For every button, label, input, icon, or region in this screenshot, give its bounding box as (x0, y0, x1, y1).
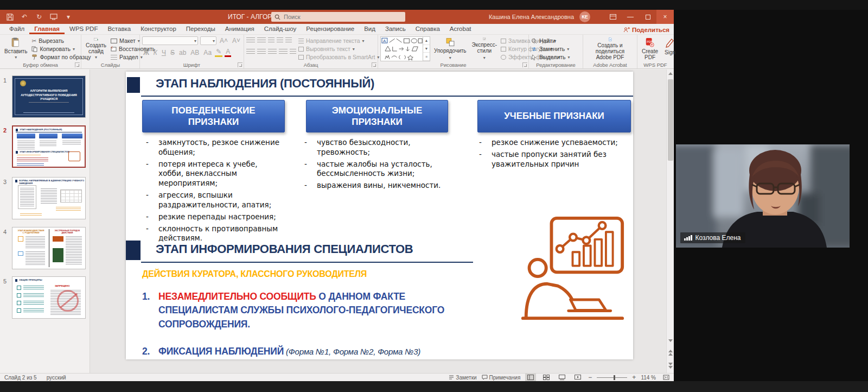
next-slide-button[interactable] (667, 362, 674, 370)
clipboard-dialog-launcher[interactable] (75, 62, 80, 67)
fit-slide-to-window-button[interactable] (661, 374, 672, 381)
ribbon-tab[interactable]: Вид (359, 26, 380, 34)
align-right-icon[interactable] (268, 49, 277, 55)
increase-indent-icon[interactable] (277, 37, 283, 44)
justify-icon[interactable] (279, 49, 288, 55)
share-button[interactable]: Поделиться (623, 27, 669, 33)
paste-button[interactable]: Вставить ▾ (2, 36, 29, 61)
italic-button[interactable]: К (152, 49, 158, 56)
find-button[interactable]: Найти (531, 37, 570, 44)
group-clipboard: Вставить ▾ ✂Вырезать Копировать▾ Формат … (0, 35, 81, 68)
zoom-slider-handle[interactable] (614, 375, 615, 380)
ribbon-tab[interactable]: Главная (29, 26, 65, 34)
arrange-button[interactable]: Упорядочить▾ (432, 36, 468, 61)
ribbon-tab[interactable]: Справка (411, 26, 445, 34)
align-text-button[interactable]: Выровнять текст▾ (298, 46, 379, 52)
svg-text:A: A (383, 39, 386, 43)
group-label: Рисование (378, 62, 528, 68)
zoom-out-button[interactable]: − (588, 374, 592, 381)
notes-button[interactable]: Заметки (449, 375, 476, 381)
strikethrough-button[interactable]: S (169, 49, 176, 56)
scroll-down-button[interactable] (667, 337, 674, 345)
bold-button[interactable]: Ж (142, 49, 150, 56)
align-center-icon[interactable] (257, 49, 266, 55)
align-left-icon[interactable] (246, 49, 255, 55)
change-case-button[interactable]: Аа (202, 49, 213, 56)
bullets-icon[interactable] (246, 37, 255, 44)
search-input[interactable] (284, 14, 392, 20)
line-spacing-icon[interactable] (285, 37, 292, 44)
ribbon-tab[interactable]: Переходы (181, 26, 220, 34)
new-slide-button[interactable]: Создать слайд ▾ (84, 36, 108, 61)
zoom-slider[interactable] (597, 377, 627, 378)
scrollbar-thumb[interactable] (668, 79, 673, 161)
slideshow-view-button[interactable] (572, 374, 583, 381)
ribbon-tab[interactable]: WPS PDF (65, 26, 103, 34)
close-button[interactable]: × (656, 10, 674, 24)
shapes-gallery-scroll[interactable]: ▲▼≡ (423, 37, 430, 61)
scroll-up-button[interactable] (667, 69, 674, 78)
current-slide[interactable]: ЭТАП НАБЛЮДЕНИЯ (ПОСТОЯННЫЙ) ПОВЕДЕНЧЕСК… (126, 72, 633, 359)
decrease-indent-icon[interactable] (268, 37, 275, 44)
previous-slide-button[interactable] (667, 349, 674, 357)
account-name[interactable]: Кашина Елена Александровна (489, 14, 574, 20)
search-box[interactable] (271, 12, 405, 22)
customize-qat-icon[interactable]: ▾ (64, 12, 73, 21)
group-drawing: A ▲▼≡ Упорядочить▾ Экспресс-стили▾ (378, 35, 529, 68)
normal-view-button[interactable] (525, 374, 536, 381)
avatar[interactable]: КЕ (579, 11, 590, 22)
text-direction-button[interactable]: Направление текста▾ (298, 37, 379, 44)
vertical-scrollbar[interactable] (666, 69, 674, 373)
create-pdf-button[interactable]: PDF Create PDF (640, 36, 660, 61)
language-indicator[interactable]: русский (47, 375, 66, 381)
shapes-gallery[interactable]: A ▲▼≡ (380, 36, 430, 61)
columns-icon[interactable] (290, 49, 296, 55)
slide-indicator[interactable]: Слайд 2 из 5 (4, 375, 37, 381)
highlight-color-icon[interactable]: ✎ (215, 48, 222, 57)
minimize-button[interactable]: — (622, 10, 639, 24)
underline-button[interactable]: Ч (161, 49, 167, 56)
thumbnail-slide-5[interactable]: ОБЩИЕ ПРИНЦИПЫ ЗАПРЕЩЕНО (12, 276, 86, 319)
thumbnail-slide-2-selected[interactable]: ЭТАП НАБЛЮДЕНИЯ (ПОСТОЯННЫЙ) ЭТАП ИНФОРМ… (12, 125, 86, 168)
thumbnail-slide-4[interactable]: ЭТАП ВЗАИМОДЕЙСТВИЯ С РОДИТЕЛЯМИ ЭКСТРЕН… (12, 227, 86, 269)
numbering-icon[interactable] (257, 37, 266, 44)
quick-styles-button[interactable]: Экспресс-стили▾ (470, 36, 499, 61)
zoom-level[interactable]: 114 % (641, 375, 656, 381)
video-call-tile[interactable]: Козлова Елена (676, 144, 850, 248)
paragraph-dialog-launcher[interactable] (372, 62, 376, 67)
decrease-font-icon[interactable]: A˅ (231, 37, 241, 45)
sign-button[interactable]: Sign (662, 36, 678, 61)
ribbon-tab[interactable]: Acrobat (445, 26, 476, 34)
ribbon-tab[interactable]: Вставка (103, 26, 136, 34)
drawing-dialog-launcher[interactable] (522, 62, 527, 67)
ribbon-tab[interactable]: Рецензирование (301, 26, 359, 34)
ribbon-tab[interactable]: Анимация (220, 26, 259, 34)
increase-font-icon[interactable]: A˄ (219, 37, 229, 45)
font-dialog-launcher[interactable] (238, 62, 242, 67)
zoom-in-button[interactable]: + (632, 374, 636, 381)
undo-icon[interactable]: ↶ (20, 12, 29, 21)
font-size-combo[interactable]: ▾ (200, 36, 216, 45)
ribbon-tab[interactable]: Запись (380, 26, 411, 34)
font-color-icon[interactable]: A (225, 48, 231, 57)
save-icon[interactable] (5, 12, 14, 21)
character-spacing-button[interactable]: АВ (189, 49, 200, 56)
ribbon-display-options-button[interactable] (604, 10, 622, 24)
create-share-adobe-pdf-button[interactable]: Создать и поделиться Adobe PDF (585, 36, 635, 61)
redo-icon[interactable]: ↻ (35, 12, 43, 21)
ribbon-tab[interactable]: Файл (4, 26, 29, 34)
select-button[interactable]: Выделить▾ (531, 54, 570, 60)
thumbnail-slide-1[interactable]: АЛГОРИТМ ВЫЯВЛЕНИЯ АУТОДЕСТРУКТИВНОГО ПО… (12, 75, 86, 118)
convert-smartart-button[interactable]: Преобразовать в SmartArt▾ (298, 54, 379, 60)
comments-button[interactable]: Примечания (482, 375, 521, 381)
replace-button[interactable]: Заменить▾ (531, 46, 570, 52)
slide-sorter-view-button[interactable] (541, 374, 552, 381)
thumbnail-slide-3[interactable]: ФОРМЫ, НАПРАВЛЯЕМЫЕ В АДМИНИСТРАЦИЮ УЧЕБ… (12, 177, 86, 219)
start-slideshow-icon[interactable] (49, 12, 58, 21)
ribbon-tab[interactable]: Конструктор (136, 26, 181, 34)
font-name-combo[interactable]: ▾ (142, 36, 198, 45)
ribbon-tab[interactable]: Слайд-шоу (259, 26, 302, 34)
reading-view-button[interactable] (557, 374, 567, 381)
restore-button[interactable] (639, 10, 656, 24)
text-shadow-button[interactable]: ab (178, 49, 187, 56)
